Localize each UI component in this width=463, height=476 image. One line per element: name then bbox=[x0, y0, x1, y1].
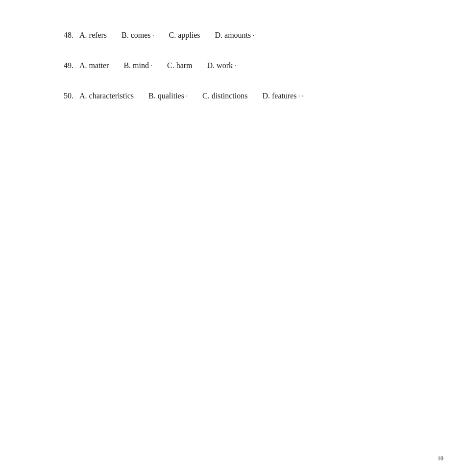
dot-marker: · bbox=[149, 62, 152, 70]
option-50-3: D. features · · bbox=[262, 90, 303, 102]
options-row-50: A. characteristicsB. qualities ·C. disti… bbox=[79, 90, 304, 102]
option-49-2: C. harm bbox=[167, 60, 193, 71]
question-row-49: 49.A. matterB. mind ·C. harmD. work · bbox=[64, 60, 399, 71]
option-50-1: B. qualities · bbox=[148, 90, 188, 102]
option-49-0: A. matter bbox=[79, 60, 109, 71]
option-48-1: B. comes · bbox=[122, 29, 154, 41]
option-50-2: C. distinctions bbox=[202, 90, 247, 102]
question-number-50: 50. bbox=[64, 90, 79, 102]
option-48-0: A. refers bbox=[79, 29, 107, 41]
option-49-3: D. work · bbox=[207, 60, 236, 71]
question-row-50: 50.A. characteristicsB. qualities ·C. di… bbox=[64, 90, 399, 102]
options-row-48: A. refersB. comes ·C. appliesD. amounts … bbox=[79, 29, 254, 41]
option-48-2: C. applies bbox=[169, 29, 200, 41]
options-row-49: A. matterB. mind ·C. harmD. work · bbox=[79, 60, 236, 71]
dot-marker: · · bbox=[297, 93, 304, 100]
dot-marker: · bbox=[184, 93, 188, 100]
dot-marker: · bbox=[233, 62, 236, 70]
option-49-1: B. mind · bbox=[123, 60, 152, 71]
dot-marker: · bbox=[151, 32, 154, 39]
question-number-49: 49. bbox=[64, 60, 79, 71]
question-number-48: 48. bbox=[64, 29, 79, 41]
dot-marker: · bbox=[251, 32, 254, 39]
option-50-0: A. characteristics bbox=[79, 90, 134, 102]
page-number: 10 bbox=[438, 455, 443, 462]
page-content: 48.A. refersB. comes ·C. appliesD. amoun… bbox=[0, 0, 463, 150]
option-48-3: D. amounts · bbox=[215, 29, 255, 41]
question-row-48: 48.A. refersB. comes ·C. appliesD. amoun… bbox=[64, 29, 399, 41]
